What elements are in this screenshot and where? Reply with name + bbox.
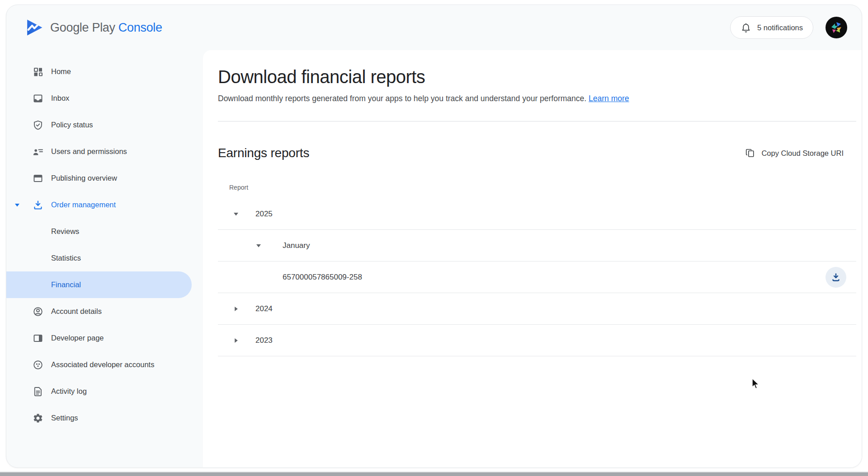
sidebar-item-account-details[interactable]: Account details (6, 298, 203, 325)
sidebar-item-settings[interactable]: Settings (6, 405, 203, 431)
top-bar: Google PlayConsole 5 notifications (6, 5, 862, 50)
sidebar-item-associated-developer-accounts[interactable]: Associated developer accounts (6, 351, 203, 378)
expand-caret-icon[interactable] (14, 202, 20, 208)
section-divider (218, 121, 856, 121)
download-file-icon (830, 272, 841, 283)
sidebar-item-label: Statistics (51, 254, 81, 262)
month-row-january: January (218, 230, 856, 261)
sidebar-item-users-and-permissions[interactable]: Users and permissions (6, 138, 203, 165)
sidebar-item-label: Publishing overview (51, 174, 117, 182)
row-label: 2023 (255, 336, 273, 345)
sidebar-item-statistics[interactable]: Statistics (6, 245, 203, 271)
main-content: Download financial reports Download mont… (203, 50, 862, 467)
page-title: Download financial reports (218, 66, 856, 87)
year-row-2023: 2023 (218, 325, 856, 356)
expand-caret-icon[interactable] (233, 338, 239, 343)
sidebar-item-label: Associated developer accounts (51, 360, 154, 369)
publishing-icon (33, 173, 43, 184)
sidebar-item-label: Account details (51, 307, 102, 316)
associated-accounts-icon (33, 359, 43, 370)
sidebar-item-label: Settings (51, 414, 78, 422)
sidebar-item-label: Inbox (51, 94, 69, 103)
sidebar-item-reviews[interactable]: Reviews (6, 218, 203, 245)
report-rows: 2025January657000057865009-25820242023 (218, 198, 856, 356)
account-avatar[interactable] (826, 17, 847, 38)
download-report-button[interactable] (826, 267, 846, 288)
sidebar-item-label: Activity log (51, 387, 87, 396)
developer-page-icon (33, 333, 43, 344)
year-row-2025: 2025 (218, 198, 856, 230)
gear-icon (33, 413, 43, 424)
sidebar-item-label: Policy status (51, 121, 93, 129)
sidebar-item-label: Developer page (51, 334, 104, 342)
logo-wordmark: Google PlayConsole (50, 21, 162, 35)
sidebar-nav: HomeInboxPolicy statusUsers and permissi… (6, 50, 203, 467)
sidebar-item-inbox[interactable]: Inbox (6, 85, 203, 112)
notifications-button[interactable]: 5 notifications (730, 16, 813, 39)
sidebar-item-label: Reviews (51, 227, 79, 236)
copy-cloud-storage-uri-button[interactable]: Copy Cloud Storage URI (745, 148, 844, 158)
year-row-2024: 2024 (218, 293, 856, 325)
sidebar-item-home[interactable]: Home (6, 58, 203, 85)
subtitle-text: Download monthly reports generated from … (218, 94, 586, 103)
sidebar-item-label: Financial (51, 280, 81, 289)
expand-caret-icon[interactable] (233, 306, 239, 312)
download-icon (33, 200, 43, 210)
sidebar-item-label: Home (51, 67, 71, 76)
play-console-window: Google PlayConsole 5 notifications (6, 5, 862, 468)
row-label: 2024 (255, 304, 273, 313)
activity-log-icon (33, 386, 43, 397)
bell-icon (741, 22, 751, 33)
avatar-logo-icon (829, 20, 844, 35)
account-icon (33, 306, 43, 317)
row-label: 657000057865009-258 (283, 273, 362, 282)
earnings-reports-title: Earnings reports (218, 146, 309, 160)
copy-button-label: Copy Cloud Storage URI (761, 149, 844, 158)
learn-more-link[interactable]: Learn more (589, 94, 629, 103)
page-subtitle: Download monthly reports generated from … (218, 93, 856, 104)
google-play-console-logo[interactable]: Google PlayConsole (25, 18, 162, 37)
earnings-reports-table: Report 2025January657000057865009-258202… (218, 184, 856, 356)
notifications-label: 5 notifications (757, 23, 803, 32)
row-label: January (283, 241, 310, 250)
shield-check-icon (33, 120, 43, 131)
sidebar-item-label: Users and permissions (51, 147, 127, 156)
users-icon (33, 146, 43, 157)
logo-brand-text: Google Play (50, 21, 115, 34)
row-label: 2025 (255, 210, 273, 219)
copy-icon (745, 148, 755, 158)
sidebar-item-label: Order management (51, 201, 116, 209)
sidebar-item-financial[interactable]: Financial (6, 271, 192, 298)
sidebar-item-developer-page[interactable]: Developer page (6, 325, 203, 351)
report-column-header: Report (218, 184, 856, 198)
logo-suffix-text: Console (118, 21, 162, 34)
sidebar-item-order-management[interactable]: Order management (6, 191, 203, 218)
collapse-caret-icon[interactable] (256, 243, 261, 248)
report-file-row: 657000057865009-258 (218, 261, 856, 293)
inbox-icon (33, 93, 43, 104)
sidebar-item-publishing-overview[interactable]: Publishing overview (6, 165, 203, 191)
sidebar-item-activity-log[interactable]: Activity log (6, 378, 203, 405)
play-console-logo-icon (25, 18, 43, 37)
screen-bottom-edge (0, 472, 868, 476)
dashboard-icon (33, 66, 43, 77)
collapse-caret-icon[interactable] (233, 211, 239, 217)
sidebar-item-policy-status[interactable]: Policy status (6, 112, 203, 138)
